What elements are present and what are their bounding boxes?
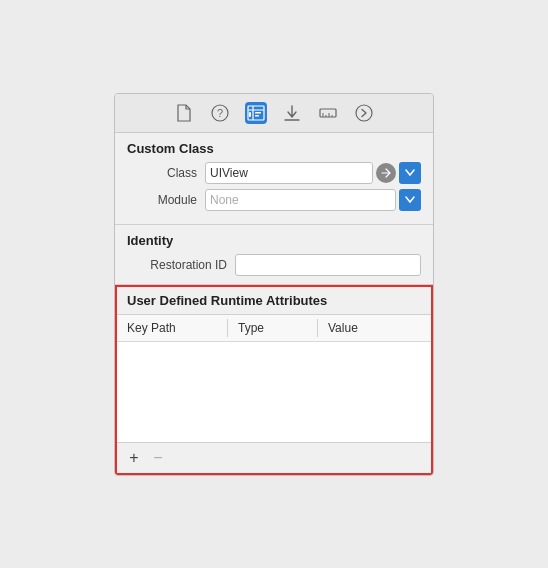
class-goto-button[interactable] (376, 163, 396, 183)
restoration-row: Restoration ID (127, 254, 421, 276)
udra-title: User Defined Runtime Attributes (127, 293, 421, 308)
download-icon[interactable] (281, 102, 303, 124)
module-label: Module (127, 193, 197, 207)
udra-footer: + − (117, 442, 431, 473)
svg-rect-9 (320, 109, 336, 117)
file-icon[interactable] (173, 102, 195, 124)
svg-point-14 (356, 105, 372, 121)
udra-remove-button[interactable]: − (149, 449, 167, 467)
identity-section: Identity Restoration ID (115, 225, 433, 285)
inspector-panel: ? (114, 93, 434, 476)
custom-class-section: Custom Class Class Module (115, 133, 433, 225)
udra-columns: Key Path Type Value (117, 315, 431, 342)
toolbar: ? (115, 94, 433, 133)
class-label: Class (127, 166, 197, 180)
module-dropdown-button[interactable] (399, 189, 421, 211)
udra-col-value: Value (317, 319, 431, 337)
arrow-right-icon[interactable] (353, 102, 375, 124)
restoration-id-label: Restoration ID (127, 258, 227, 272)
udra-col-type: Type (227, 319, 317, 337)
identity-icon[interactable] (245, 102, 267, 124)
udra-header: User Defined Runtime Attributes (117, 287, 431, 315)
svg-rect-7 (249, 112, 251, 117)
svg-rect-5 (255, 112, 261, 114)
ruler-icon[interactable] (317, 102, 339, 124)
class-input[interactable] (205, 162, 373, 184)
udra-section: User Defined Runtime Attributes Key Path… (115, 285, 433, 475)
udra-body (117, 342, 431, 442)
svg-text:?: ? (217, 107, 223, 119)
help-icon[interactable]: ? (209, 102, 231, 124)
class-input-wrap (205, 162, 421, 184)
custom-class-title: Custom Class (127, 141, 421, 156)
class-dropdown-button[interactable] (399, 162, 421, 184)
module-input-wrap (205, 189, 421, 211)
udra-col-keypath: Key Path (117, 319, 227, 337)
udra-add-button[interactable]: + (125, 449, 143, 467)
class-row: Class (127, 162, 421, 184)
svg-rect-6 (255, 115, 259, 117)
module-input[interactable] (205, 189, 396, 211)
restoration-id-input[interactable] (235, 254, 421, 276)
module-row: Module (127, 189, 421, 211)
identity-title: Identity (127, 233, 421, 248)
